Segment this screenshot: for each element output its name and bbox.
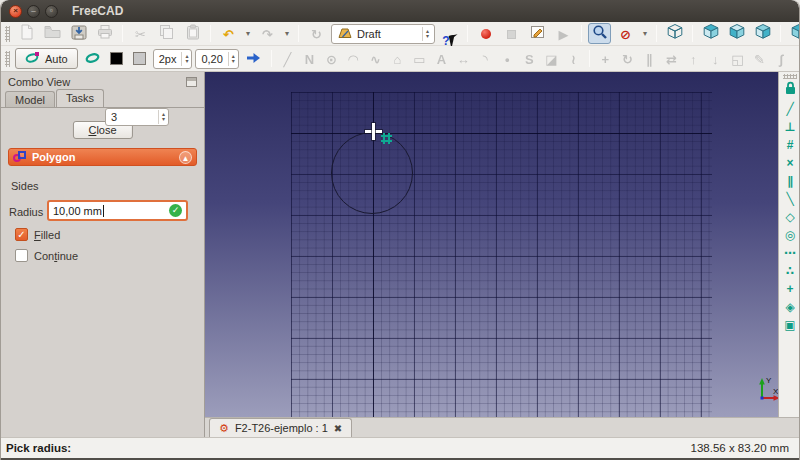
point-tool[interactable]: •: [498, 48, 517, 69]
spin-arrows-icon[interactable]: ▴▾: [228, 52, 238, 66]
undo-dropdown[interactable]: ▾: [243, 23, 253, 44]
paste-button[interactable]: [181, 23, 204, 44]
snap-grid-icon: #: [787, 135, 794, 153]
move-tool[interactable]: +: [596, 48, 615, 69]
snap-special-button[interactable]: ◈: [781, 297, 800, 314]
document-tabbar: ⚙ F2-T26-ejemplo : 1 ✖: [205, 417, 800, 437]
tab-tasks[interactable]: Tasks: [56, 89, 104, 107]
clip-plane-button[interactable]: ⊘: [614, 23, 637, 44]
arc-tool[interactable]: ◠: [344, 48, 363, 69]
downgrade-tool[interactable]: ↓: [706, 48, 725, 69]
save-button[interactable]: [67, 23, 90, 44]
radius-value: 10,00 mm: [53, 205, 102, 217]
macro-play-button[interactable]: ▶: [552, 23, 575, 44]
3d-viewport[interactable]: Y X: [205, 72, 778, 417]
snap-lock-button[interactable]: [781, 81, 800, 98]
snap-near-icon: ∴: [786, 261, 794, 279]
line-color-swatch[interactable]: [107, 48, 127, 69]
refresh-button[interactable]: ↻: [305, 23, 328, 44]
draft-toolbar-grip[interactable]: [5, 51, 10, 67]
bezier-tool[interactable]: ≀: [564, 48, 583, 69]
view-front-button[interactable]: [699, 23, 722, 44]
trim-tool[interactable]: ⇄: [662, 48, 681, 69]
main-toolbar-grip[interactable]: [5, 26, 10, 42]
snap-toolbar-grip[interactable]: [783, 74, 797, 79]
draft-tools-toolbar: Auto2px▴▾0,20▴▾╱N⊙◠∿⌂▭A↔◝•S◪≀+↻∥⇄↑↓◱✎∫∴»: [1, 46, 799, 72]
snap-parallel-button[interactable]: ∥: [781, 171, 800, 188]
radius-input[interactable]: 10,00 mm ✓: [47, 200, 188, 221]
clip-plane-dropdown[interactable]: ▾: [640, 23, 650, 44]
snap-midpoint-button[interactable]: ╱: [781, 99, 800, 116]
apply-style-button[interactable]: [242, 48, 265, 69]
sides-spinbox[interactable]: 3 ▴▾: [105, 108, 169, 126]
window-maximize-button[interactable]: ▫: [45, 5, 58, 18]
snap-ortho-button[interactable]: +: [781, 279, 800, 296]
workbench-selector[interactable]: Draft▴▾: [331, 24, 435, 44]
undo-button[interactable]: ↶: [217, 23, 240, 44]
snap-endpoint-button[interactable]: ╲: [781, 189, 800, 206]
redo-button[interactable]: ↷: [256, 23, 279, 44]
scale-tool[interactable]: ◱: [728, 48, 747, 69]
dock-float-icon[interactable]: [186, 77, 197, 87]
polyline-tool[interactable]: N: [300, 48, 319, 69]
edit-tool[interactable]: ✎: [750, 48, 769, 69]
snap-dimensions-button[interactable]: ▣: [781, 315, 800, 332]
collapse-icon[interactable]: ▲: [179, 151, 192, 164]
view-top-button[interactable]: [725, 23, 748, 44]
continue-checkbox[interactable]: [15, 249, 28, 262]
upgrade-tool[interactable]: ↑: [684, 48, 703, 69]
polygon-task-header[interactable]: Polygon ▲: [8, 148, 197, 166]
document-tab[interactable]: ⚙ F2-T26-ejemplo : 1 ✖: [209, 418, 352, 437]
tab-model[interactable]: Model: [5, 91, 55, 107]
snap-perpendicular-button[interactable]: ⊥: [781, 117, 800, 134]
dimension-tool[interactable]: ↔: [454, 48, 473, 69]
whats-this-button[interactable]: ?: [438, 23, 461, 44]
filled-checkbox[interactable]: ✓: [15, 228, 28, 241]
arc-3points-tool[interactable]: ◝: [476, 48, 495, 69]
facebinder-tool[interactable]: ◪: [542, 48, 561, 69]
window-minimize-button[interactable]: –: [27, 5, 40, 18]
text-tool[interactable]: A: [432, 48, 451, 69]
chevron-down-icon: ▾: [643, 29, 647, 38]
snap-grid-button[interactable]: #: [781, 135, 800, 152]
spin-arrows-icon[interactable]: ▴▾: [158, 110, 168, 124]
offset-tool[interactable]: ∥: [640, 48, 659, 69]
redo-dropdown[interactable]: ▾: [282, 23, 292, 44]
auto-working-plane-button[interactable]: Auto: [15, 48, 78, 69]
add-point-tool[interactable]: ∴: [794, 48, 800, 69]
rotate-tool[interactable]: ↻: [618, 48, 637, 69]
spin-arrows-icon[interactable]: ▴▾: [181, 52, 191, 66]
window-title: FreeCAD: [72, 4, 123, 18]
macro-stop-button[interactable]: [500, 23, 523, 44]
face-color-swatch[interactable]: [130, 48, 150, 69]
rectangle-tool[interactable]: ▭: [410, 48, 429, 69]
circle-tool[interactable]: ⊙: [322, 48, 341, 69]
wire-to-bspline-tool[interactable]: ∫: [772, 48, 791, 69]
bspline-tool[interactable]: ∿: [366, 48, 385, 69]
new-document-button[interactable]: [15, 23, 38, 44]
snap-center-button[interactable]: ◎: [781, 225, 800, 242]
macro-edit-button[interactable]: [526, 23, 549, 44]
view-axonometric-button[interactable]: [663, 23, 686, 44]
window-close-button[interactable]: ×: [9, 5, 22, 18]
macro-record-button[interactable]: [474, 23, 497, 44]
view-right-button[interactable]: [751, 23, 774, 44]
open-document-button[interactable]: [41, 23, 64, 44]
cut-button[interactable]: ✂: [129, 23, 152, 44]
shapestring-tool[interactable]: S: [520, 48, 539, 69]
snap-extension-button[interactable]: ⋯: [781, 243, 800, 260]
close-tab-icon[interactable]: ✖: [334, 423, 342, 434]
toolbar-separator: [467, 25, 468, 42]
line-width-spinbox[interactable]: 2px▴▾: [153, 49, 193, 69]
snap-angle-button[interactable]: ◇: [781, 207, 800, 224]
scale-spinbox[interactable]: 0,20▴▾: [195, 49, 238, 69]
copy-button[interactable]: [155, 23, 178, 44]
view-rear-button[interactable]: [787, 23, 800, 44]
fit-all-button[interactable]: [588, 23, 611, 44]
construction-mode-button[interactable]: [81, 48, 104, 69]
print-button[interactable]: [93, 23, 116, 44]
polygon-tool[interactable]: ⌂: [388, 48, 407, 69]
snap-near-button[interactable]: ∴: [781, 261, 800, 278]
snap-intersection-button[interactable]: ×: [781, 153, 800, 170]
line-tool[interactable]: ╱: [278, 48, 297, 69]
